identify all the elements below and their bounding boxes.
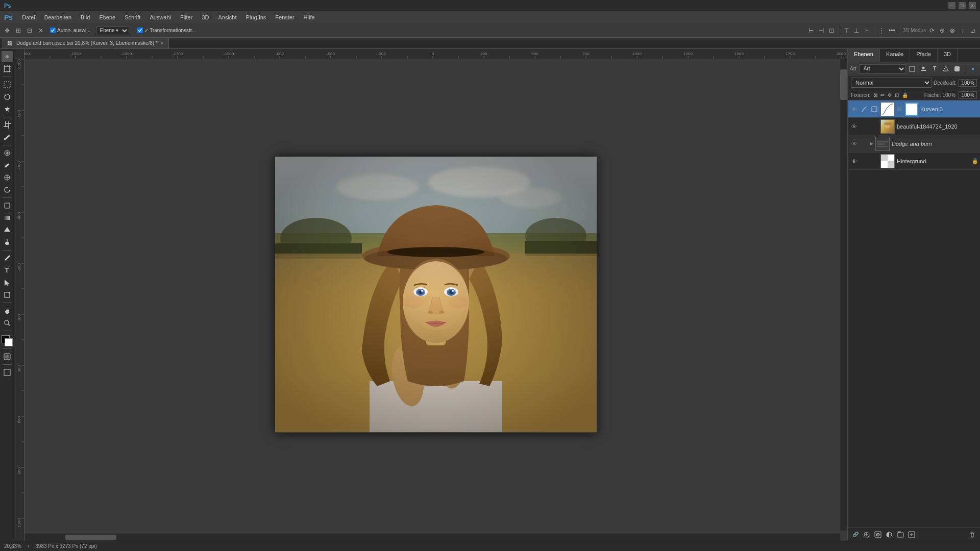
more-options-icon[interactable]: ••• xyxy=(888,27,896,35)
scrollbar-v-thumb[interactable] xyxy=(840,69,847,100)
lock-pixel-icon[interactable]: ✏ xyxy=(880,92,885,98)
move-tool[interactable] xyxy=(2,51,13,62)
menu-ebene[interactable]: Ebene xyxy=(95,13,119,21)
options-btn-2[interactable]: ⊟ xyxy=(26,27,34,35)
menu-hilfe[interactable]: Hilfe xyxy=(300,13,319,21)
menu-filter[interactable]: Filter xyxy=(176,13,197,21)
tab-ebenen[interactable]: Ebenen xyxy=(848,49,880,62)
hand-tool[interactable] xyxy=(2,305,13,316)
scrollbar-horizontal[interactable] xyxy=(24,534,840,541)
marquee-tool[interactable] xyxy=(2,79,13,90)
blend-mode-select[interactable]: Normal xyxy=(851,78,932,88)
filter-adj-btn[interactable] xyxy=(918,64,928,74)
auto-select-checkbox[interactable] xyxy=(50,28,56,33)
add-mask-btn[interactable] xyxy=(873,530,883,539)
options-btn-1[interactable]: ⊞ xyxy=(14,27,22,35)
new-layer-btn[interactable] xyxy=(907,530,916,539)
filter-text-btn[interactable]: T xyxy=(929,64,940,74)
lock-all-icon[interactable]: 🔒 xyxy=(902,92,908,98)
align-top-icon[interactable]: ⊤ xyxy=(842,27,850,35)
canvas-scroll[interactable] xyxy=(24,59,847,531)
minimize-btn[interactable]: − xyxy=(948,2,955,9)
distribute-icon[interactable]: ⋮ xyxy=(877,27,886,35)
layer-vis-bg[interactable]: 👁 xyxy=(850,157,858,165)
shape-tool[interactable] xyxy=(2,289,13,300)
filter-smart-btn[interactable] xyxy=(952,64,962,74)
maximize-btn[interactable]: □ xyxy=(959,2,966,9)
3d-icon3[interactable]: ⊗ xyxy=(948,27,957,35)
opacity-input[interactable] xyxy=(959,79,977,87)
dodge-tool[interactable] xyxy=(2,237,13,248)
3d-icon5[interactable]: ⊿ xyxy=(969,27,977,35)
lasso-tool[interactable] xyxy=(2,91,13,103)
window-controls[interactable]: − □ × xyxy=(948,2,976,9)
menu-plugins[interactable]: Plug-ins xyxy=(242,13,271,21)
screen-mode-btn[interactable] xyxy=(2,367,13,378)
ps-home-icon[interactable]: Ps xyxy=(4,13,13,21)
menu-auswahl[interactable]: Auswahl xyxy=(145,13,175,21)
magic-wand-tool[interactable] xyxy=(2,104,13,115)
menu-bearbeiten[interactable]: Bearbeiten xyxy=(40,13,76,21)
lock-position-icon[interactable]: ✥ xyxy=(888,92,892,98)
clone-tool[interactable] xyxy=(2,172,13,183)
align-bottom-icon[interactable]: ⊦ xyxy=(863,27,871,35)
3d-icon[interactable]: ⟳ xyxy=(928,27,936,35)
layer-expand-icon[interactable]: ▶ xyxy=(870,141,873,146)
align-center-h-icon[interactable]: ⊣ xyxy=(817,27,825,35)
tab-3d[interactable]: 3D xyxy=(938,49,958,62)
link-layers-btn[interactable]: 🔗 xyxy=(851,530,860,539)
color-swatches[interactable] xyxy=(2,335,13,346)
layer-item-photo[interactable]: 👁 xyxy=(848,118,980,135)
heal-tool[interactable] xyxy=(2,147,13,159)
fill-input[interactable] xyxy=(959,91,977,99)
layer-style-btn[interactable] xyxy=(862,530,871,539)
menu-ansicht[interactable]: Ansicht xyxy=(214,13,240,21)
layer-filter-select[interactable]: Art xyxy=(860,64,906,73)
menu-datei[interactable]: Datei xyxy=(18,13,39,21)
layer-type-select[interactable]: Ebene ▾ xyxy=(96,26,129,35)
transform-checkbox[interactable] xyxy=(137,28,143,33)
background-color[interactable] xyxy=(5,338,13,346)
eraser-tool[interactable] xyxy=(2,200,13,211)
artboard-tool[interactable] xyxy=(2,63,13,74)
filter-shape-btn[interactable] xyxy=(941,64,951,74)
layer-item-kurven3[interactable]: 👁 ⛓ xyxy=(848,101,980,118)
lock-artboard-icon[interactable]: ⊡ xyxy=(895,92,899,98)
tab-close-btn[interactable]: × xyxy=(161,41,163,46)
gradient-tool[interactable] xyxy=(2,212,13,223)
quick-mask-btn[interactable] xyxy=(2,351,13,362)
crop-tool[interactable] xyxy=(2,119,13,131)
menu-schrift[interactable]: Schrift xyxy=(120,13,144,21)
zoom-tool[interactable] xyxy=(2,317,13,329)
path-select-tool[interactable] xyxy=(2,277,13,288)
3d-icon4[interactable]: ↕ xyxy=(959,27,967,35)
align-left-icon[interactable]: ⊢ xyxy=(807,27,815,35)
filter-toggle-btn[interactable]: ● xyxy=(968,64,978,74)
layer-item-background[interactable]: 👁 Hintergrund 🔒 xyxy=(848,153,980,170)
layer-vis-kurven3[interactable]: 👁 xyxy=(850,105,858,113)
3d-icon2[interactable]: ⊕ xyxy=(938,27,946,35)
scrollbar-h-thumb[interactable] xyxy=(65,535,116,540)
blur-tool[interactable] xyxy=(2,224,13,236)
layer-vis-photo[interactable]: 👁 xyxy=(850,122,858,131)
filter-pixel-btn[interactable] xyxy=(907,64,917,74)
menu-3d[interactable]: 3D xyxy=(198,13,213,21)
document-tab[interactable]: 🖼 Dodge and burn.psdc bei 20,8% (Kurven … xyxy=(2,38,169,48)
scrollbar-vertical[interactable] xyxy=(840,59,847,531)
adj-layer-btn[interactable] xyxy=(885,530,894,539)
layer-vis-dodgeburn[interactable]: 👁 xyxy=(850,140,858,148)
eyedropper-tool[interactable] xyxy=(2,132,13,143)
tab-kanaele[interactable]: Kanäle xyxy=(880,49,910,62)
align-right-icon[interactable]: ⊡ xyxy=(827,27,836,35)
delete-layer-btn[interactable] xyxy=(968,530,977,539)
lock-transparent-icon[interactable]: ⊠ xyxy=(873,92,877,98)
pen-tool[interactable] xyxy=(2,253,13,264)
history-tool[interactable] xyxy=(2,184,13,195)
options-btn-3[interactable]: ✕ xyxy=(37,27,45,35)
close-btn[interactable]: × xyxy=(969,2,976,9)
layer-item-dodgeburn[interactable]: 👁 ▶ Dodge and burn xyxy=(848,135,980,153)
menu-fenster[interactable]: Fenster xyxy=(271,13,298,21)
text-tool[interactable]: T xyxy=(2,265,13,276)
align-center-v-icon[interactable]: ⊥ xyxy=(852,27,861,35)
tab-pfade[interactable]: Pfade xyxy=(910,49,938,62)
